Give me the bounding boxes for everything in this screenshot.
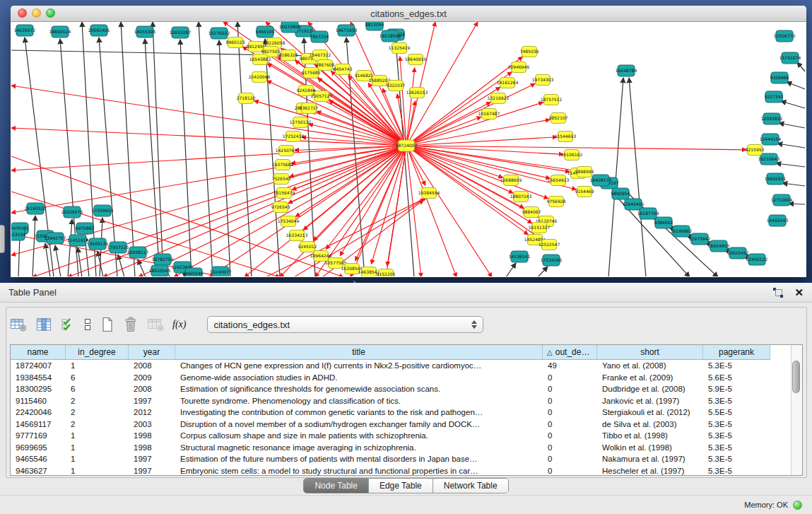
graph-node-teal[interactable]: 16210643 <box>758 153 780 165</box>
graph-edge[interactable] <box>199 22 213 276</box>
graph-edge[interactable] <box>387 146 406 266</box>
graph-node-teal[interactable]: 9433159 <box>11 229 26 240</box>
graph-node-teal[interactable]: 9975887 <box>76 223 95 234</box>
graph-node-teal[interactable]: 16648784 <box>616 65 637 76</box>
graph-edge[interactable] <box>776 163 805 167</box>
table-row[interactable]: 946554611997Estimation of the future num… <box>11 453 802 465</box>
graph-node-teal[interactable]: 11451914 <box>67 235 89 246</box>
graph-node-yellow[interactable]: 8322037 <box>387 81 406 91</box>
graph-edge[interactable] <box>18 235 20 276</box>
graph-node-yellow[interactable]: 13626153 <box>406 88 428 98</box>
new-table-icon[interactable] <box>100 317 114 332</box>
graph-node-yellow[interactable]: 2867608 <box>316 60 335 71</box>
table-row[interactable]: 2242004622012Investigating the contribut… <box>11 407 802 419</box>
graph-node-yellow[interactable]: 18640910 <box>405 54 427 65</box>
graph-node-yellow[interactable]: 9152205 <box>377 269 396 277</box>
graph-edge[interactable] <box>219 40 230 276</box>
graph-node-teal[interactable]: 15692931 <box>765 173 787 185</box>
graph-edge[interactable] <box>779 123 805 128</box>
graph-node-teal[interactable]: 16187709 <box>637 208 659 219</box>
network-canvas[interactable]: 1403557218660124206914061605530510653287… <box>11 22 806 276</box>
graph-node-teal[interactable]: 20206576 <box>61 206 83 218</box>
graph-node-yellow[interactable]: 7526543 <box>272 174 291 185</box>
graph-edge[interactable] <box>789 204 805 204</box>
graph-node-teal[interactable]: 18920545 <box>149 265 171 276</box>
close-panel-icon[interactable]: ✕ <box>794 287 804 298</box>
graph-node-teal[interactable]: 16055305 <box>134 26 156 37</box>
graph-node-teal[interactable]: 19218596 <box>379 30 401 42</box>
scrollbar-thumb[interactable] <box>792 361 800 393</box>
graph-node-teal[interactable]: 14136141 <box>509 251 531 262</box>
insert-column-icon[interactable] <box>35 317 52 332</box>
zoom-window-button[interactable] <box>46 8 55 18</box>
graph-node-yellow[interactable]: 10688609 <box>500 175 522 186</box>
graph-node-teal[interactable]: 9465546 <box>184 268 204 276</box>
graph-node-teal[interactable]: 12506770 <box>774 30 796 42</box>
graph-node-teal[interactable]: 10196862 <box>671 226 693 237</box>
graph-node-yellow[interactable]: 2718120 <box>237 93 256 104</box>
graph-node-teal[interactable]: 13942757 <box>45 233 66 244</box>
graph-node-yellow[interactable]: 9756928 <box>547 197 566 207</box>
graph-node-yellow[interactable]: 12522547 <box>539 240 560 250</box>
row-height-icon[interactable] <box>83 317 92 332</box>
graph-node-yellow[interactable]: 19384554 <box>418 188 440 199</box>
graph-node-yellow[interactable]: 9245012 <box>298 242 317 252</box>
graph-edge[interactable] <box>777 144 805 148</box>
graph-node-teal[interactable]: 17359924 <box>92 205 114 216</box>
graph-edge[interactable] <box>295 146 406 217</box>
tab-node-table[interactable]: Node Table <box>304 479 369 493</box>
graph-node-yellow[interactable]: 9884067 <box>522 207 541 218</box>
graph-edge[interactable] <box>68 219 72 276</box>
memory-status-indicator-icon[interactable] <box>793 501 802 510</box>
table-vertical-scrollbar[interactable] <box>791 345 802 475</box>
table-selector-dropdown[interactable]: citations_edges.txt <box>207 316 483 333</box>
graph-node-yellow[interactable]: 18807243 <box>510 192 532 202</box>
graph-edge[interactable] <box>406 117 481 146</box>
select-rows-icon[interactable] <box>61 317 75 332</box>
graph-edge[interactable] <box>781 101 805 108</box>
graph-edge[interactable] <box>406 146 550 178</box>
column-header-out-de-[interactable]: △out_de… <box>543 345 597 359</box>
graph-node-teal[interactable]: 10240077 <box>210 267 232 276</box>
column-header-name[interactable]: name <box>11 345 66 359</box>
table-row[interactable]: 969969511998Structural magnetic resonanc… <box>11 442 802 454</box>
graph-node-teal[interactable]: 8813054 <box>365 22 384 30</box>
graph-node-teal[interactable]: 14035572 <box>14 25 36 36</box>
graph-edge[interactable] <box>406 146 576 170</box>
graph-edge[interactable] <box>33 216 35 276</box>
graph-node-yellow[interactable]: 8186328 <box>279 50 298 61</box>
graph-node-teal[interactable]: 17957225 <box>107 242 129 253</box>
graph-node-yellow[interactable]: 11325419 <box>389 43 411 54</box>
graph-edge[interactable] <box>55 245 61 276</box>
graph-node-yellow[interactable]: 11544693 <box>555 132 577 142</box>
graph-node-teal[interactable]: 7857224 <box>310 31 329 42</box>
graph-node-yellow[interactable]: 16106162 <box>561 150 583 160</box>
graph-hub-node[interactable]: 18724007 <box>396 140 418 151</box>
graph-node-yellow[interactable]: 14250767 <box>276 146 298 156</box>
graph-node-teal[interactable]: 18660124 <box>49 26 71 37</box>
graph-node-yellow[interactable]: 17252418 <box>283 132 305 142</box>
graph-edge[interactable] <box>145 39 160 276</box>
graph-node-yellow[interactable]: 8960123 <box>226 37 245 48</box>
graph-node-yellow[interactable]: 9898995 <box>575 167 594 177</box>
graph-node-teal[interactable]: 9329966 <box>770 72 789 83</box>
table-settings-icon[interactable] <box>10 317 27 332</box>
table-row[interactable]: 1830029562008Estimation of significance … <box>11 383 802 395</box>
graph-edge[interactable] <box>118 255 124 276</box>
graph-node-yellow[interactable]: 16334213 <box>286 230 308 241</box>
float-panel-icon[interactable] <box>773 288 783 298</box>
graph-node-yellow[interactable]: 9361727 <box>300 103 319 114</box>
graph-edge[interactable] <box>121 22 135 276</box>
graph-node-teal[interactable]: 16782759 <box>152 254 174 265</box>
graph-edge[interactable] <box>629 78 646 276</box>
graph-node-teal[interactable]: 9227343 <box>765 91 784 103</box>
graph-node-yellow[interactable]: 7485039 <box>520 47 539 57</box>
graph-node-teal[interactable]: 16409170 <box>590 175 612 186</box>
table-row[interactable]: 1872400712008Changes of HCN gene express… <box>11 360 802 372</box>
graph-node-teal[interactable]: 12093832 <box>761 113 783 124</box>
graph-edge[interactable] <box>303 146 406 230</box>
table-row[interactable]: 1456911722003Disruption of a novel membe… <box>11 419 802 431</box>
graph-node-teal[interactable]: 12444154 <box>760 134 782 145</box>
graph-node-yellow[interactable]: 19375683 <box>272 160 294 170</box>
table-row[interactable]: 911546021997Tourette syndrome. Phenomeno… <box>11 395 802 407</box>
